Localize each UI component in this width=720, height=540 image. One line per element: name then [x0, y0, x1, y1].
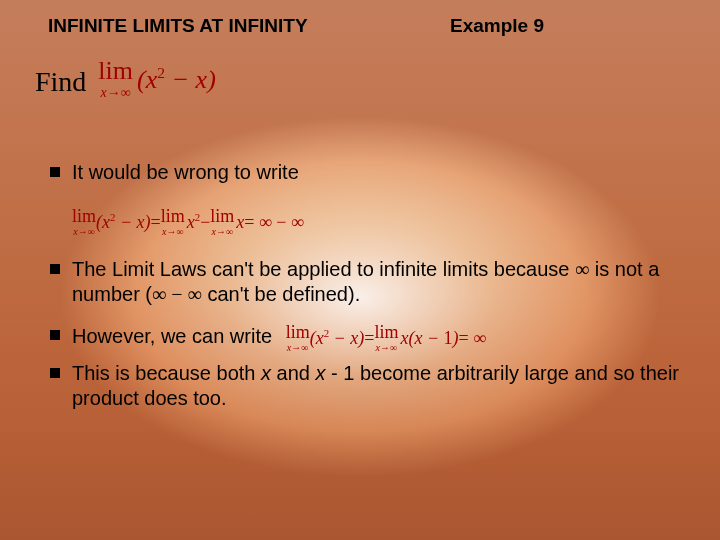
body: It would be wrong to write lim x→∞ (x2 −…	[50, 160, 690, 427]
lim-sub: x→∞	[376, 343, 398, 353]
lim-text: lim	[374, 323, 398, 341]
section-title: INFINITE LIMITS AT INFINITY	[48, 15, 308, 37]
bullet-4: This is because both x and x - 1 become …	[50, 361, 690, 411]
bullet-3-text: However, we can write lim x→∞ (x2 − x) =…	[72, 323, 690, 353]
eq-2: = ∞ − ∞	[244, 212, 303, 233]
b4-pre: This is because both	[72, 362, 261, 384]
b2-pre: The Limit Laws can't be applied to infin…	[72, 258, 575, 280]
bullet-marker-icon	[50, 330, 60, 340]
lim-sub: x→∞	[287, 343, 309, 353]
x-var: x	[261, 362, 271, 384]
lim-sub: x→∞	[162, 227, 184, 237]
t2-body: x	[236, 212, 244, 233]
limit-body: (x2 − x)	[137, 64, 216, 95]
bullet-2-text: The Limit Laws can't be applied to infin…	[72, 257, 690, 307]
bullet-3: However, we can write lim x→∞ (x2 − x) =…	[50, 323, 690, 353]
eq-1: =	[151, 212, 161, 233]
x-var: x	[315, 362, 325, 384]
eq-2: = ∞	[459, 327, 486, 350]
lim-text: lim	[72, 207, 96, 225]
bullet-marker-icon	[50, 167, 60, 177]
example-label: Example 9	[450, 15, 544, 37]
lhs-body: (x2 − x)	[96, 211, 151, 233]
bullet-marker-icon	[50, 368, 60, 378]
lim-sub: x→∞	[73, 227, 95, 237]
lim-1: lim x→∞	[72, 207, 96, 237]
lim-2: lim x→∞	[161, 207, 185, 237]
eq-1: =	[364, 327, 374, 350]
lim-3: lim x→∞	[210, 207, 234, 237]
main-limit-expression: lim x→∞ (x2 − x)	[98, 58, 215, 100]
correct-equation: lim x→∞ (x2 − x) = lim x→∞ x(x − 1) = ∞	[286, 323, 486, 353]
bullet-marker-icon	[50, 264, 60, 274]
find-line: Find lim x→∞ (x2 − x)	[35, 58, 216, 100]
lim-text: lim	[98, 58, 133, 84]
lim-sub: x→∞	[212, 227, 234, 237]
lim-text: lim	[161, 207, 185, 225]
b3-text: However, we can write	[72, 325, 272, 347]
lhs-body: (x2 − x)	[310, 327, 365, 350]
lim-text: lim	[286, 323, 310, 341]
b4-mid: and	[271, 362, 315, 384]
b2-post: can't be defined).	[202, 283, 360, 305]
lim-5: lim x→∞	[374, 323, 398, 353]
find-label: Find	[35, 66, 86, 98]
t1-body: x(x − 1)	[400, 327, 458, 350]
lim-4: lim x→∞	[286, 323, 310, 353]
limit-symbol: lim x→∞	[98, 58, 133, 100]
infinity-symbol: ∞	[575, 258, 589, 280]
t1-body: x2	[187, 211, 200, 233]
lim-subscript: x→∞	[101, 86, 131, 100]
bullet-4-text: This is because both x and x - 1 become …	[72, 361, 690, 411]
minus: −	[200, 212, 210, 233]
bullet-1: It would be wrong to write	[50, 160, 690, 185]
lim-text: lim	[210, 207, 234, 225]
infinity-minus-infinity: ∞ − ∞	[152, 283, 202, 305]
wrong-equation: lim x→∞ (x2 − x) = lim x→∞ x2 − lim x→∞ …	[72, 207, 304, 237]
slide: INFINITE LIMITS AT INFINITY Example 9 Fi…	[0, 0, 720, 540]
bullet-1-text: It would be wrong to write	[72, 160, 690, 185]
bullet-2: The Limit Laws can't be applied to infin…	[50, 257, 690, 307]
